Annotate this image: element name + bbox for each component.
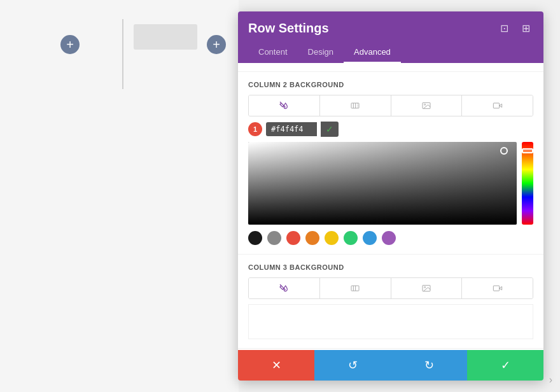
color-hex-input[interactable] <box>266 122 317 136</box>
bg-type-tabs <box>248 95 533 116</box>
col3-bg-gradient-tab[interactable] <box>320 278 391 298</box>
add-column-button-2[interactable]: + <box>207 35 226 54</box>
panel-body: Column 2 Background <box>238 63 543 350</box>
svg-point-5 <box>424 104 426 105</box>
svg-marker-7 <box>499 104 501 107</box>
svg-marker-14 <box>499 286 501 290</box>
panel-header: Row Settings ⊡ ⊞ Content Design Advanced <box>238 11 543 63</box>
bg-video-tab[interactable] <box>462 95 533 116</box>
frame-icon[interactable]: ⊡ <box>496 20 512 36</box>
color-picker[interactable] <box>248 142 533 225</box>
panel-title: Row Settings <box>248 21 329 36</box>
panel-tabs: Content Design Advanced <box>248 42 533 63</box>
tab-content[interactable]: Content <box>248 42 298 63</box>
swatch-red[interactable] <box>286 231 300 245</box>
cancel-button[interactable]: ✕ <box>238 350 314 381</box>
col3-bg-type-tabs <box>248 277 533 299</box>
swatch-gray[interactable] <box>267 231 281 245</box>
reset-button[interactable]: ↺ <box>314 350 391 381</box>
bg-gradient-tab[interactable] <box>320 95 391 116</box>
color-input-row: 1 ✓ <box>248 122 533 137</box>
color-confirm-button[interactable]: ✓ <box>321 122 339 137</box>
swatch-green[interactable] <box>344 231 358 245</box>
color-swatches <box>248 231 533 245</box>
hue-cursor <box>522 148 533 153</box>
color-layer-badge: 1 <box>248 122 262 136</box>
save-button[interactable]: ✓ <box>467 350 543 381</box>
col2-background-section: Column 2 Background <box>238 72 543 255</box>
swatch-orange[interactable] <box>305 231 319 245</box>
panel-actions: ✕ ↺ ↻ ✓ <box>238 350 543 381</box>
tab-design[interactable]: Design <box>298 42 344 63</box>
col3-bg-color-tab[interactable] <box>249 278 320 298</box>
svg-rect-6 <box>493 103 499 108</box>
swatch-purple[interactable] <box>382 231 396 245</box>
swatch-blue[interactable] <box>363 231 377 245</box>
canvas-area: + + <box>0 0 239 392</box>
top-spacer <box>238 63 543 72</box>
panel-header-icons: ⊡ ⊞ <box>496 20 533 36</box>
col3-bg-video-tab[interactable] <box>462 278 533 298</box>
col3-bg-image-tab[interactable] <box>391 278 463 298</box>
col3-background-section: Column 3 Background <box>238 255 543 349</box>
color-gradient-area[interactable] <box>248 142 517 225</box>
color-picker-cursor <box>500 147 508 155</box>
bg-image-tab[interactable] <box>391 95 463 116</box>
redo-button[interactable]: ↻ <box>391 350 467 381</box>
column-placeholder <box>134 24 197 50</box>
col2-section-title: Column 2 Background <box>248 81 533 88</box>
hue-slider[interactable] <box>522 142 533 225</box>
row-settings-panel: Row Settings ⊡ ⊞ Content Design Advanced… <box>238 11 543 381</box>
tab-advanced[interactable]: Advanced <box>344 42 401 63</box>
col3-blank-area <box>248 304 533 339</box>
add-column-button-1[interactable]: + <box>60 35 80 54</box>
columns-icon[interactable]: ⊞ <box>518 20 533 36</box>
swatch-black[interactable] <box>248 231 262 245</box>
col3-section-title: Column 3 Background <box>248 263 533 271</box>
svg-point-12 <box>424 286 426 288</box>
bottom-arrow-indicator: › <box>549 374 552 386</box>
add-section-container: + <box>238 349 543 350</box>
svg-rect-13 <box>493 286 499 291</box>
column-divider <box>122 19 123 89</box>
svg-rect-8 <box>351 286 359 291</box>
bg-color-tab[interactable] <box>249 95 320 116</box>
swatch-yellow[interactable] <box>325 231 339 245</box>
